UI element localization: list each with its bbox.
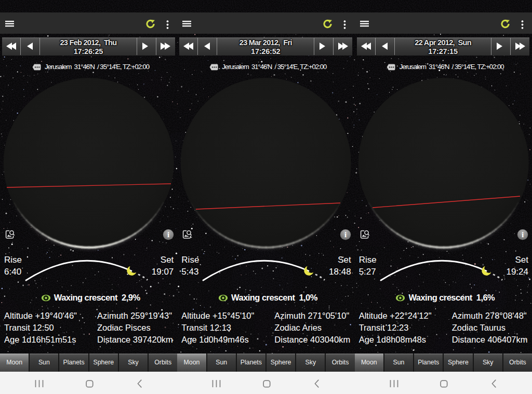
svg-text:i: i: [522, 230, 524, 239]
svg-text:i: i: [167, 230, 169, 239]
svg-text:i: i: [344, 230, 347, 239]
